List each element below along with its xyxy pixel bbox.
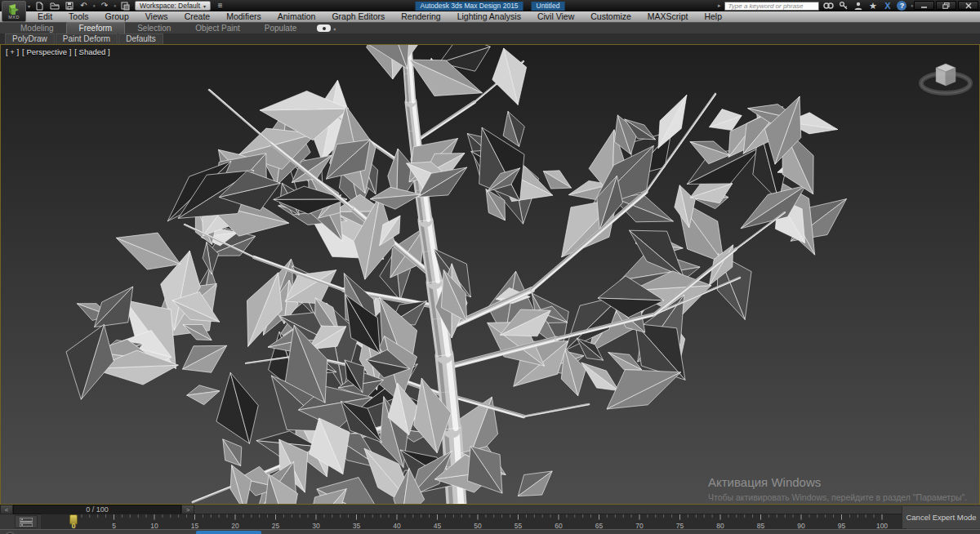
viewport-label: [ + ] [ Perspective ] [ Shaded ] [6,47,110,56]
trackbar-scroll-handle[interactable] [196,531,261,534]
windows-activation-watermark-title: Активация Windows [708,475,821,489]
menu-maxscript[interactable]: MAXScript [639,11,697,22]
minimize-button[interactable] [914,1,934,10]
svg-text:15: 15 [191,522,199,530]
ribbon-subtab-row: PolyDrawPaint DeformDefaults [0,33,980,44]
redo-dropdown-icon[interactable]: ▾ [114,3,117,8]
sign-in-icon[interactable] [853,1,863,11]
svg-text:85: 85 [757,522,765,530]
workspace-selector[interactable]: Workspace: Default ▾ [135,1,211,11]
svg-text:60: 60 [555,522,563,530]
menu-tools[interactable]: Tools [60,11,97,22]
qat-customize-icon[interactable]: ≡ [215,2,225,11]
search-icon[interactable] [823,1,834,11]
title-document: Untitled [532,2,565,11]
menu-modifiers[interactable]: Modifiers [218,11,270,22]
timeline-bar: < 0 / 100 > 0510152025303540455055606570… [0,505,980,529]
viewport-scene[interactable] [1,45,979,504]
viewport-shading-menu[interactable]: [ Shaded ] [74,47,109,56]
svg-text:20: 20 [231,522,239,530]
svg-text:30: 30 [312,522,320,530]
new-scene-icon[interactable] [34,2,45,11]
menu-bar: EditToolsGroupViewsCreateModifiersAnimat… [0,11,980,23]
logo-label: MXD [8,15,20,20]
ribbon-tab-modeling[interactable]: Modeling [8,23,66,33]
previous-frame-button[interactable]: < [0,505,13,514]
project-folder-icon[interactable] [120,2,131,11]
redo-icon[interactable]: ↷ [100,2,110,11]
svg-text:40: 40 [393,522,401,530]
cancel-expert-mode-button[interactable]: Cancel Expert Mode [902,506,980,528]
menu-edit[interactable]: Edit [29,11,60,22]
menu-customize[interactable]: Customize [582,11,639,22]
close-button[interactable] [958,1,978,10]
menu-rendering[interactable]: Rendering [393,11,448,22]
search-input[interactable] [724,2,819,11]
svg-text:0: 0 [72,522,76,530]
ribbon-tab-bar: ModelingFreeformSelectionObject PaintPop… [8,22,309,33]
windows-activation-watermark-text: Чтобы активировать Windows, перейдите в … [708,492,967,502]
favorites-star-icon[interactable]: ★ [867,1,878,11]
application-button[interactable]: MXD [2,1,26,22]
viewport-pov-menu[interactable]: [ Perspective ] [22,47,71,56]
svg-text:50: 50 [474,522,482,530]
window-title: Autodesk 3ds Max Design 2015 Untitled [416,1,565,11]
menu-create[interactable]: Create [176,11,219,22]
subscription-key-icon[interactable] [838,1,849,11]
ribbon-tab-row: ModelingFreeformSelectionObject PaintPop… [0,23,980,33]
ribbon-tab-populate[interactable]: Populate [252,23,309,33]
svg-text:75: 75 [676,522,684,530]
ribbon-display-icon[interactable] [317,24,331,32]
viewport-general-menu[interactable]: [ + ] [6,47,19,56]
time-ruler[interactable]: 0510152025303540455055606570758085909510… [41,514,906,529]
title-bar: MXD ▾ ↶ ▾ ↷ ▾ Workspace: Default ▾ [0,0,980,11]
menu-lighting-analysis[interactable]: Lighting Analysis [449,11,529,22]
subtab-defaults[interactable]: Defaults [118,33,163,44]
help-dropdown-icon[interactable]: ▾ [911,3,913,8]
save-file-icon[interactable] [64,2,74,11]
workspace-label: Workspace: Default [140,2,200,10]
infocenter-expander-icon[interactable]: ▸ [718,2,721,9]
menu-civil-view[interactable]: Civil View [529,11,582,22]
menu-animation[interactable]: Animation [270,11,324,22]
help-icon[interactable]: ? [897,1,906,11]
subtab-paint-deform[interactable]: Paint Deform [56,33,118,44]
svg-text:90: 90 [797,522,805,530]
workspace-caret-icon: ▾ [203,3,206,9]
window-controls [914,1,978,10]
subtab-polydraw[interactable]: PolyDraw [5,33,55,44]
svg-text:35: 35 [353,522,361,530]
menu-help[interactable]: Help [696,11,730,22]
svg-text:65: 65 [595,522,604,530]
status-bar-stub [0,529,980,534]
infocenter: ▸ ★ X ? ▾ [718,1,913,11]
ribbon-tab-selection[interactable]: Selection [125,23,183,33]
svg-text:55: 55 [514,522,523,530]
svg-text:80: 80 [716,522,724,530]
3dsmax-window: MXD ▾ ↶ ▾ ↷ ▾ Workspace: Default ▾ [0,0,980,534]
svg-text:25: 25 [272,522,280,530]
menu-graph-editors[interactable]: Graph Editors [323,11,393,22]
app-menu-caret-icon[interactable]: ▾ [28,3,30,9]
title-product: Autodesk 3ds Max Design 2015 [416,2,523,11]
restore-button[interactable] [936,1,956,10]
svg-text:45: 45 [434,522,442,530]
svg-text:100: 100 [876,522,888,530]
3dsmax-logo-icon [8,4,20,15]
svg-text:10: 10 [150,522,158,530]
svg-text:5: 5 [112,522,116,530]
cancel-expert-mode-label: Cancel Expert Mode [906,513,976,522]
ribbon-display-caret-icon[interactable]: ▾ [333,26,336,32]
menu-views[interactable]: Views [137,11,176,22]
undo-icon[interactable]: ↶ [78,2,89,11]
svg-text:95: 95 [838,522,846,530]
ribbon-tab-freeform[interactable]: Freeform [66,22,126,33]
time-slider[interactable]: 0 [70,515,78,530]
trackbar-icon[interactable] [15,515,38,528]
undo-dropdown-icon[interactable]: ▾ [93,3,96,8]
exchange-apps-icon[interactable]: X [882,1,893,11]
menu-group[interactable]: Group [97,11,137,22]
perspective-viewport[interactable]: [ + ] [ Perspective ] [ Shaded ] Активац… [0,44,980,505]
ribbon-tab-object-paint[interactable]: Object Paint [183,23,252,33]
open-file-icon[interactable] [49,2,60,11]
